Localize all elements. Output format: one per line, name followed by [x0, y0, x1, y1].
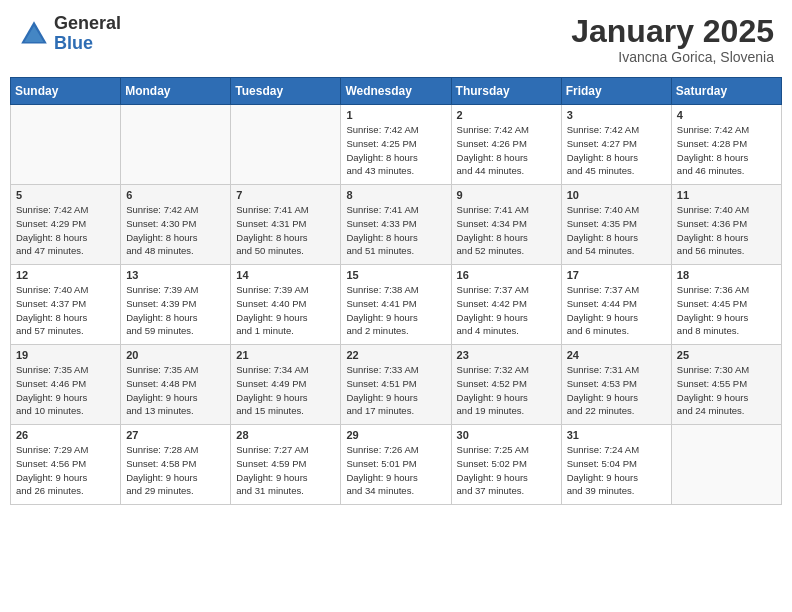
month-title: January 2025 [571, 14, 774, 49]
day-info: Sunrise: 7:28 AMSunset: 4:58 PMDaylight:… [126, 443, 225, 498]
day-info: Sunrise: 7:42 AMSunset: 4:25 PMDaylight:… [346, 123, 445, 178]
day-info: Sunrise: 7:40 AMSunset: 4:35 PMDaylight:… [567, 203, 666, 258]
calendar-cell: 12Sunrise: 7:40 AMSunset: 4:37 PMDayligh… [11, 265, 121, 345]
day-number: 15 [346, 269, 445, 281]
day-info: Sunrise: 7:26 AMSunset: 5:01 PMDaylight:… [346, 443, 445, 498]
calendar-week-5: 26Sunrise: 7:29 AMSunset: 4:56 PMDayligh… [11, 425, 782, 505]
page-header: General Blue January 2025 Ivancna Gorica… [10, 10, 782, 69]
calendar-week-4: 19Sunrise: 7:35 AMSunset: 4:46 PMDayligh… [11, 345, 782, 425]
day-number: 12 [16, 269, 115, 281]
calendar-cell: 2Sunrise: 7:42 AMSunset: 4:26 PMDaylight… [451, 105, 561, 185]
day-info: Sunrise: 7:33 AMSunset: 4:51 PMDaylight:… [346, 363, 445, 418]
day-info: Sunrise: 7:41 AMSunset: 4:34 PMDaylight:… [457, 203, 556, 258]
day-number: 26 [16, 429, 115, 441]
day-number: 21 [236, 349, 335, 361]
weekday-header-monday: Monday [121, 78, 231, 105]
calendar-cell: 30Sunrise: 7:25 AMSunset: 5:02 PMDayligh… [451, 425, 561, 505]
day-number: 23 [457, 349, 556, 361]
day-number: 24 [567, 349, 666, 361]
calendar-cell: 22Sunrise: 7:33 AMSunset: 4:51 PMDayligh… [341, 345, 451, 425]
calendar-cell: 24Sunrise: 7:31 AMSunset: 4:53 PMDayligh… [561, 345, 671, 425]
calendar-cell: 25Sunrise: 7:30 AMSunset: 4:55 PMDayligh… [671, 345, 781, 425]
calendar-cell: 11Sunrise: 7:40 AMSunset: 4:36 PMDayligh… [671, 185, 781, 265]
weekday-header-sunday: Sunday [11, 78, 121, 105]
logo-icon [18, 18, 50, 50]
calendar-cell: 21Sunrise: 7:34 AMSunset: 4:49 PMDayligh… [231, 345, 341, 425]
day-number: 5 [16, 189, 115, 201]
logo: General Blue [18, 14, 121, 54]
calendar-cell: 7Sunrise: 7:41 AMSunset: 4:31 PMDaylight… [231, 185, 341, 265]
logo-text: General Blue [54, 14, 121, 54]
day-number: 29 [346, 429, 445, 441]
day-info: Sunrise: 7:25 AMSunset: 5:02 PMDaylight:… [457, 443, 556, 498]
day-number: 3 [567, 109, 666, 121]
title-block: January 2025 Ivancna Gorica, Slovenia [571, 14, 774, 65]
day-number: 2 [457, 109, 556, 121]
calendar-cell: 20Sunrise: 7:35 AMSunset: 4:48 PMDayligh… [121, 345, 231, 425]
day-info: Sunrise: 7:39 AMSunset: 4:40 PMDaylight:… [236, 283, 335, 338]
day-info: Sunrise: 7:42 AMSunset: 4:26 PMDaylight:… [457, 123, 556, 178]
day-info: Sunrise: 7:36 AMSunset: 4:45 PMDaylight:… [677, 283, 776, 338]
day-info: Sunrise: 7:31 AMSunset: 4:53 PMDaylight:… [567, 363, 666, 418]
calendar-cell [11, 105, 121, 185]
calendar-cell: 31Sunrise: 7:24 AMSunset: 5:04 PMDayligh… [561, 425, 671, 505]
calendar-cell: 5Sunrise: 7:42 AMSunset: 4:29 PMDaylight… [11, 185, 121, 265]
logo-blue-text: Blue [54, 34, 121, 54]
day-info: Sunrise: 7:38 AMSunset: 4:41 PMDaylight:… [346, 283, 445, 338]
day-number: 30 [457, 429, 556, 441]
calendar-cell: 23Sunrise: 7:32 AMSunset: 4:52 PMDayligh… [451, 345, 561, 425]
day-info: Sunrise: 7:40 AMSunset: 4:37 PMDaylight:… [16, 283, 115, 338]
calendar-cell: 16Sunrise: 7:37 AMSunset: 4:42 PMDayligh… [451, 265, 561, 345]
weekday-header-saturday: Saturday [671, 78, 781, 105]
calendar-cell: 28Sunrise: 7:27 AMSunset: 4:59 PMDayligh… [231, 425, 341, 505]
day-number: 19 [16, 349, 115, 361]
calendar-cell: 18Sunrise: 7:36 AMSunset: 4:45 PMDayligh… [671, 265, 781, 345]
day-number: 9 [457, 189, 556, 201]
day-number: 14 [236, 269, 335, 281]
day-info: Sunrise: 7:41 AMSunset: 4:31 PMDaylight:… [236, 203, 335, 258]
day-info: Sunrise: 7:24 AMSunset: 5:04 PMDaylight:… [567, 443, 666, 498]
calendar-table: SundayMondayTuesdayWednesdayThursdayFrid… [10, 77, 782, 505]
day-info: Sunrise: 7:30 AMSunset: 4:55 PMDaylight:… [677, 363, 776, 418]
day-number: 31 [567, 429, 666, 441]
calendar-cell: 29Sunrise: 7:26 AMSunset: 5:01 PMDayligh… [341, 425, 451, 505]
calendar-cell: 14Sunrise: 7:39 AMSunset: 4:40 PMDayligh… [231, 265, 341, 345]
day-number: 22 [346, 349, 445, 361]
day-number: 18 [677, 269, 776, 281]
calendar-cell: 27Sunrise: 7:28 AMSunset: 4:58 PMDayligh… [121, 425, 231, 505]
day-info: Sunrise: 7:42 AMSunset: 4:29 PMDaylight:… [16, 203, 115, 258]
day-number: 1 [346, 109, 445, 121]
calendar-cell: 19Sunrise: 7:35 AMSunset: 4:46 PMDayligh… [11, 345, 121, 425]
calendar-cell: 9Sunrise: 7:41 AMSunset: 4:34 PMDaylight… [451, 185, 561, 265]
calendar-week-2: 5Sunrise: 7:42 AMSunset: 4:29 PMDaylight… [11, 185, 782, 265]
calendar-cell [121, 105, 231, 185]
calendar-cell [231, 105, 341, 185]
calendar-week-1: 1Sunrise: 7:42 AMSunset: 4:25 PMDaylight… [11, 105, 782, 185]
calendar-cell: 3Sunrise: 7:42 AMSunset: 4:27 PMDaylight… [561, 105, 671, 185]
location-text: Ivancna Gorica, Slovenia [571, 49, 774, 65]
day-number: 16 [457, 269, 556, 281]
calendar-cell: 26Sunrise: 7:29 AMSunset: 4:56 PMDayligh… [11, 425, 121, 505]
day-info: Sunrise: 7:32 AMSunset: 4:52 PMDaylight:… [457, 363, 556, 418]
day-info: Sunrise: 7:42 AMSunset: 4:27 PMDaylight:… [567, 123, 666, 178]
calendar-cell: 1Sunrise: 7:42 AMSunset: 4:25 PMDaylight… [341, 105, 451, 185]
day-number: 13 [126, 269, 225, 281]
weekday-header-tuesday: Tuesday [231, 78, 341, 105]
weekday-header-thursday: Thursday [451, 78, 561, 105]
calendar-cell: 15Sunrise: 7:38 AMSunset: 4:41 PMDayligh… [341, 265, 451, 345]
day-info: Sunrise: 7:27 AMSunset: 4:59 PMDaylight:… [236, 443, 335, 498]
day-info: Sunrise: 7:41 AMSunset: 4:33 PMDaylight:… [346, 203, 445, 258]
day-info: Sunrise: 7:35 AMSunset: 4:48 PMDaylight:… [126, 363, 225, 418]
day-info: Sunrise: 7:37 AMSunset: 4:42 PMDaylight:… [457, 283, 556, 338]
day-number: 11 [677, 189, 776, 201]
day-info: Sunrise: 7:42 AMSunset: 4:28 PMDaylight:… [677, 123, 776, 178]
weekday-header-friday: Friday [561, 78, 671, 105]
day-number: 25 [677, 349, 776, 361]
calendar-cell: 4Sunrise: 7:42 AMSunset: 4:28 PMDaylight… [671, 105, 781, 185]
day-info: Sunrise: 7:34 AMSunset: 4:49 PMDaylight:… [236, 363, 335, 418]
calendar-cell: 6Sunrise: 7:42 AMSunset: 4:30 PMDaylight… [121, 185, 231, 265]
calendar-week-3: 12Sunrise: 7:40 AMSunset: 4:37 PMDayligh… [11, 265, 782, 345]
day-number: 8 [346, 189, 445, 201]
day-info: Sunrise: 7:29 AMSunset: 4:56 PMDaylight:… [16, 443, 115, 498]
day-number: 20 [126, 349, 225, 361]
